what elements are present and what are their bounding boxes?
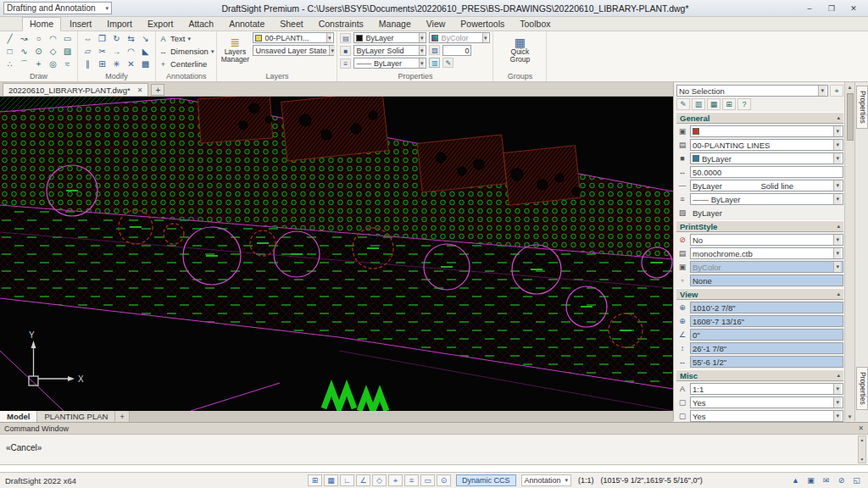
view-width-field[interactable]: 55'-6 1/2" bbox=[690, 356, 843, 368]
color-field[interactable]: ▾ bbox=[690, 125, 843, 137]
snap-icon[interactable]: ⊞ bbox=[308, 474, 322, 486]
annotation-scale-field[interactable]: 1:1▾ bbox=[690, 383, 843, 395]
edit-annotation-icon[interactable]: ✎ bbox=[676, 98, 690, 110]
circle-icon[interactable]: ○ bbox=[31, 32, 46, 45]
ortho-icon[interactable]: ∟ bbox=[340, 474, 354, 486]
view-x-field[interactable]: 1010'-2 7/8" bbox=[690, 302, 843, 313]
properties-palette-tab-top[interactable]: Properties bbox=[856, 86, 868, 129]
isolate-entities-icon[interactable]: ⊘ bbox=[835, 474, 848, 486]
tab-model[interactable]: Model bbox=[0, 411, 37, 422]
properties-palette-tab-bottom[interactable]: Properties bbox=[856, 367, 868, 410]
new-document-button[interactable]: + bbox=[151, 84, 164, 96]
rectangle-icon[interactable]: ▭ bbox=[60, 32, 75, 45]
misc-yes2-field[interactable]: Yes▾ bbox=[690, 410, 843, 422]
maximize-button[interactable]: ❐ bbox=[821, 2, 843, 15]
tab-planting-plan[interactable]: PLANTING PLAN bbox=[37, 411, 115, 422]
scroll-up-icon[interactable]: ▲ bbox=[860, 437, 865, 442]
tab-export[interactable]: Export bbox=[141, 18, 180, 30]
line-color-combo[interactable]: ByLayer ▾ bbox=[353, 32, 426, 43]
print-area-icon[interactable]: ▭ bbox=[420, 474, 435, 486]
mark-icon[interactable]: + bbox=[31, 58, 46, 70]
rotate-icon[interactable]: ↻ bbox=[109, 32, 124, 45]
printstyle-none-field[interactable]: None bbox=[690, 274, 843, 286]
units-icon[interactable]: ⊙ bbox=[437, 474, 451, 486]
lineweight-toggle-icon[interactable]: ≡ bbox=[404, 474, 419, 486]
printstyle-color-field[interactable]: ByColor▾ bbox=[690, 261, 843, 273]
transparency-field[interactable]: 0 bbox=[442, 45, 471, 56]
panel-scrollbar[interactable]: ▲ ▼ bbox=[844, 82, 854, 421]
polygon-icon[interactable]: □ bbox=[3, 45, 17, 58]
offset-icon[interactable]: ↘ bbox=[138, 32, 153, 45]
close-icon[interactable]: ✕ bbox=[858, 424, 864, 432]
explode-icon[interactable]: ✳ bbox=[109, 58, 124, 70]
dynamic-ccs-button[interactable]: Dynamic CCS bbox=[456, 474, 516, 486]
point-icon[interactable]: ◇ bbox=[46, 45, 60, 58]
grid-view-icon[interactable]: ▦ bbox=[707, 98, 721, 110]
ring-icon[interactable]: ◎ bbox=[46, 58, 60, 70]
section-printstyle[interactable]: PrintStyle▴ bbox=[676, 220, 843, 232]
grid-icon[interactable]: ▦ bbox=[324, 474, 338, 486]
copy-icon[interactable]: ❐ bbox=[95, 32, 109, 45]
text-tool[interactable]: AText▾ bbox=[159, 32, 214, 45]
scroll-down-icon[interactable]: ▼ bbox=[845, 412, 854, 421]
add-sheet-button[interactable]: + bbox=[115, 411, 129, 422]
line-style-combo[interactable]: ByLayer Solid ▾ bbox=[353, 45, 426, 56]
scale-icon[interactable]: ▱ bbox=[81, 45, 95, 58]
tab-insert[interactable]: Insert bbox=[63, 18, 98, 30]
command-scrollbar[interactable]: ▲ ▼ bbox=[858, 435, 866, 463]
entity-color-icon[interactable]: ■ bbox=[340, 46, 351, 56]
trim-icon[interactable]: ✂ bbox=[95, 45, 109, 58]
close-button[interactable]: ✕ bbox=[843, 2, 865, 15]
centerline-tool[interactable]: +Centerline bbox=[159, 58, 214, 70]
line-scale-field[interactable]: 50.0000 bbox=[690, 166, 843, 178]
spline-icon[interactable]: ∿ bbox=[17, 45, 31, 58]
auto-annotation-icon[interactable]: ▣ bbox=[804, 474, 817, 486]
tab-toolbox[interactable]: Toolbox bbox=[513, 18, 557, 30]
ellipse-icon[interactable]: ⊙ bbox=[31, 45, 46, 58]
select-entities-button[interactable]: ⌖ bbox=[830, 85, 843, 97]
pattern-icon[interactable]: ∴ bbox=[3, 58, 17, 70]
extend-icon[interactable]: → bbox=[109, 45, 124, 58]
parallel-icon[interactable]: ∥ bbox=[81, 58, 95, 70]
quick-group-button[interactable]: ▦ Quick Group bbox=[504, 32, 535, 69]
move-icon[interactable]: ⇔ bbox=[81, 32, 95, 45]
line-style-field[interactable]: ByLayerSolid line▾ bbox=[690, 180, 843, 191]
view-height-field[interactable]: 26'-1 7/8" bbox=[690, 342, 843, 354]
entity-transparency-icon[interactable]: ▥ bbox=[429, 58, 440, 68]
mirror-icon[interactable]: ⇆ bbox=[124, 32, 138, 45]
workspace-selector[interactable]: Drafting and Annotation ▾ bbox=[3, 2, 112, 14]
printstyle-field[interactable]: No▾ bbox=[690, 234, 843, 246]
delete-icon[interactable]: ✕ bbox=[124, 58, 138, 70]
chamfer-icon[interactable]: ◣ bbox=[138, 45, 153, 58]
minimize-button[interactable]: – bbox=[798, 2, 821, 15]
annotation-scale-combo[interactable]: Annotation ▾ bbox=[521, 474, 572, 486]
document-tab[interactable]: 20220610_LIBRARY-PLANT.dwg* ✕ bbox=[3, 83, 148, 96]
entity-style-icon[interactable]: ≡ bbox=[340, 58, 351, 69]
line-color-field[interactable]: ByLayer▾ bbox=[690, 152, 843, 164]
section-general[interactable]: General▴ bbox=[676, 112, 843, 124]
polar-icon[interactable]: ∠ bbox=[356, 474, 370, 486]
tab-import[interactable]: Import bbox=[100, 18, 139, 30]
command-history[interactable]: «Cancel» ▲ ▼ bbox=[0, 434, 868, 464]
add-property-icon[interactable]: ⊞ bbox=[722, 98, 736, 110]
properties-painter-icon[interactable]: ✎ bbox=[442, 58, 453, 68]
tab-view[interactable]: View bbox=[420, 18, 453, 30]
cloud-icon[interactable]: ⌒ bbox=[17, 58, 31, 70]
entity-snap-icon[interactable]: ◇ bbox=[372, 474, 387, 486]
scroll-up-icon[interactable]: ▲ bbox=[845, 82, 854, 92]
section-view[interactable]: View▴ bbox=[676, 288, 843, 300]
line-weight-combo[interactable]: —— ByLayer ▾ bbox=[353, 58, 426, 69]
layer-state-combo[interactable]: Unsaved Layer State ▾ bbox=[253, 45, 334, 56]
drawing-canvas[interactable]: Y X bbox=[0, 97, 673, 411]
active-layer-combo[interactable]: 00-PLANTI... ▾ bbox=[253, 32, 334, 43]
help-icon[interactable]: ? bbox=[737, 98, 751, 110]
close-icon[interactable]: ✕ bbox=[137, 86, 143, 94]
misc-yes1-field[interactable]: Yes▾ bbox=[690, 396, 843, 408]
list-view-icon[interactable]: ▥ bbox=[692, 98, 705, 110]
view-elevation-field[interactable]: 0" bbox=[690, 329, 843, 341]
section-misc[interactable]: Misc▴ bbox=[676, 369, 843, 381]
transparency-icon[interactable]: ▨ bbox=[429, 45, 440, 55]
fullscreen-icon[interactable]: ◱ bbox=[850, 474, 863, 486]
hatch-icon[interactable]: ▨ bbox=[60, 45, 75, 58]
tab-constraints[interactable]: Constraints bbox=[312, 18, 370, 30]
